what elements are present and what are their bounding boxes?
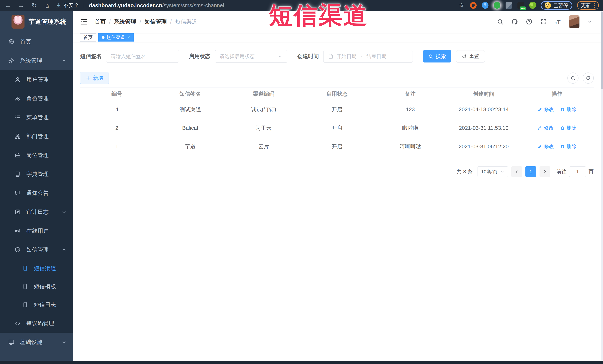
browser-update-button[interactable]: 更新	[577, 1, 599, 10]
tab-短信渠道[interactable]: 短信渠道×	[98, 33, 134, 42]
search-icon[interactable]	[497, 18, 504, 25]
sidebar-item-system-mgmt[interactable]: 系统管理	[0, 51, 73, 70]
page-scrollbar[interactable]	[601, 11, 603, 361]
show-search-toggle-button[interactable]	[567, 73, 579, 84]
ext-icon-blue-drop[interactable]	[482, 2, 488, 9]
goto-page-input[interactable]	[569, 166, 586, 177]
app-logo-row[interactable]: 芋道管理系统	[0, 11, 73, 32]
sidebar-item-dept-mgmt[interactable]: 部门管理	[0, 127, 73, 146]
delete-row-link[interactable]: 删除	[560, 143, 577, 150]
sidebar-item-role-mgmt[interactable]: 角色管理	[0, 89, 73, 108]
date-range-picker[interactable]: 开始日期 - 结束日期	[323, 50, 413, 63]
page-number-button[interactable]: 1	[525, 166, 536, 177]
browser-home-icon[interactable]: ⌂	[43, 1, 51, 10]
sidebar-item-home[interactable]: 首页	[0, 32, 73, 51]
sidebar-item-label: 短信模板	[34, 283, 56, 290]
sms-channel-table: 编号短信签名渠道编码启用状态备注创建时间操作 4测试渠道调试(钉钉)开启1232…	[80, 88, 594, 156]
browser-forward-icon[interactable]: →	[17, 1, 25, 10]
table-body: 4测试渠道调试(钉钉)开启1232021-04-13 00:23:14修改删除2…	[80, 100, 594, 156]
breadcrumb-item-1[interactable]: 系统管理	[114, 18, 136, 26]
ext-icon-gray[interactable]	[506, 2, 512, 9]
sidebar-item-sms-mgmt[interactable]: 短信管理	[0, 240, 73, 259]
sidebar-item-post-mgmt[interactable]: 岗位管理	[0, 146, 73, 165]
sidebar-item-sms-template[interactable]: 短信模板	[0, 277, 73, 296]
breadcrumb-item-0[interactable]: 首页	[95, 18, 106, 26]
site-security[interactable]: ⚠ 不安全	[56, 2, 79, 9]
annotation-title: 短信渠道	[269, 0, 368, 32]
edit-row-link[interactable]: 修改	[537, 106, 554, 113]
ext-icon-orange-donut[interactable]	[470, 2, 477, 9]
edit-row-link-label: 修改	[544, 125, 554, 131]
sidebar-item-user-mgmt[interactable]: 用户管理	[0, 70, 73, 89]
start-date-placeholder: 开始日期	[336, 53, 357, 60]
collapse-sidebar-icon[interactable]	[80, 18, 88, 26]
trash-icon	[560, 144, 565, 149]
edit-row-link[interactable]: 修改	[537, 125, 554, 131]
ext-icon-green-glow[interactable]	[494, 2, 500, 9]
refresh-table-button[interactable]	[583, 73, 594, 84]
add-button[interactable]: 新增	[80, 72, 109, 84]
app-logo-rabbit-image	[12, 15, 24, 29]
status-placeholder: 请选择启用状态	[220, 53, 255, 60]
edit-row-link-label: 修改	[544, 143, 554, 150]
browser-reload-icon[interactable]: ↻	[30, 1, 38, 10]
cell-remark: 123	[374, 100, 447, 119]
next-page-button[interactable]	[540, 166, 550, 177]
status-select[interactable]: 请选择启用状态	[215, 50, 287, 63]
edit-icon	[537, 126, 542, 130]
sidebar-item-menu-mgmt[interactable]: 菜单管理	[0, 108, 73, 127]
delete-row-link[interactable]: 删除	[560, 125, 577, 131]
sidebar-item-infrastructure[interactable]: 基础设施	[0, 333, 73, 352]
edit-row-link[interactable]: 修改	[537, 143, 554, 150]
sidebar: 芋道管理系统 首页系统管理用户管理角色管理菜单管理部门管理岗位管理字典管理通知公…	[0, 11, 73, 361]
cell-sign: 测试渠道	[153, 100, 227, 119]
sidebar-item-sms-log[interactable]: 短信日志	[0, 296, 73, 314]
users-icon	[14, 95, 21, 102]
column-header-6: 操作	[521, 88, 594, 100]
system-submenu: 用户管理角色管理菜单管理部门管理岗位管理字典管理通知公告审计日志在线用户短信管理…	[0, 70, 73, 333]
sidebar-item-dict-mgmt[interactable]: 字典管理	[0, 165, 73, 184]
sign-input[interactable]	[111, 54, 174, 59]
sidebar-item-sms-channel[interactable]: 短信渠道	[0, 259, 73, 277]
search-button[interactable]: 搜索	[423, 50, 451, 63]
breadcrumb-item-3: 短信渠道	[175, 18, 197, 26]
ext-icon-dark-on[interactable]: on	[517, 2, 524, 9]
scrollbar-thumb[interactable]	[601, 11, 603, 89]
tab-首页[interactable]: 首页	[80, 33, 96, 42]
help-icon[interactable]	[526, 18, 533, 25]
breadcrumb-item-2[interactable]: 短信管理	[145, 18, 167, 26]
media-paused-chip[interactable]: 已暂停	[541, 1, 572, 10]
app-title: 芋道管理系统	[29, 18, 67, 26]
active-tab-dot-icon	[102, 36, 104, 39]
sidebar-item-audit-log[interactable]: 审计日志	[0, 202, 73, 221]
prev-page-button[interactable]	[511, 166, 522, 177]
github-icon[interactable]	[511, 18, 518, 25]
cell-code: 阿里云	[227, 119, 300, 137]
sidebar-item-label: 通知公告	[26, 189, 49, 197]
page-size-select[interactable]: 10条/页	[477, 166, 508, 177]
chevron-down-icon[interactable]	[587, 19, 592, 24]
browser-back-icon[interactable]: ←	[4, 1, 12, 10]
font-size-icon[interactable]: TT	[555, 19, 561, 25]
edit-icon	[537, 107, 542, 112]
kebab-menu-icon[interactable]	[594, 3, 595, 8]
bookmark-star-icon[interactable]: ☆	[458, 2, 465, 9]
sidebar-item-online-users[interactable]: 在线用户	[0, 221, 73, 240]
main-area: 首页/系统管理/短信管理/短信渠道 TT 首页短信渠道× 短信签	[73, 11, 601, 361]
paused-label: 已暂停	[553, 2, 568, 9]
fullscreen-icon[interactable]	[540, 18, 547, 25]
divider	[84, 3, 84, 8]
cell-actions: 修改删除	[521, 119, 594, 137]
table-row: 4测试渠道调试(钉钉)开启1232021-04-13 00:23:14修改删除	[80, 100, 594, 119]
cell-created: 2021-04-13 00:23:14	[447, 100, 520, 119]
user-avatar[interactable]	[569, 15, 580, 28]
reset-button[interactable]: 重置	[456, 50, 485, 63]
delete-row-link-label: 删除	[567, 106, 577, 113]
delete-row-link[interactable]: 删除	[560, 106, 577, 113]
close-tab-icon[interactable]: ×	[128, 35, 130, 40]
sidebar-item-error-code-mgmt[interactable]: 错误码管理	[0, 314, 73, 333]
url-path: /system/sms/sms-channel	[162, 2, 224, 8]
ext-icon-green-alien[interactable]	[529, 2, 536, 9]
goto-label: 前往	[556, 168, 567, 175]
sidebar-item-notice-mgmt[interactable]: 通知公告	[0, 184, 73, 202]
